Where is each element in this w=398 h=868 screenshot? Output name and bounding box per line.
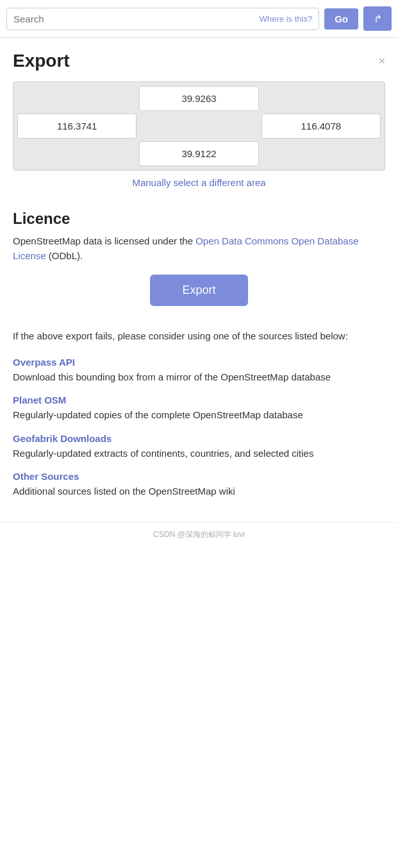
licence-text-before: OpenStreetMap data is licensed under the — [13, 235, 195, 246]
where-is-this-link[interactable]: Where is this? — [260, 14, 312, 24]
overpass-api-link[interactable]: Overpass API — [13, 357, 385, 368]
bbox-right-input[interactable] — [261, 114, 381, 139]
bbox-bottom-input[interactable] — [139, 141, 258, 166]
licence-text: OpenStreetMap data is licensed under the… — [13, 234, 385, 263]
direction-button[interactable]: ↱ — [363, 6, 392, 31]
other-sources-desc: Additional sources listed on the OpenStr… — [13, 484, 385, 499]
close-icon[interactable]: × — [378, 55, 385, 67]
go-button[interactable]: Go — [324, 8, 358, 30]
overpass-api-desc: Download this bounding box from a mirror… — [13, 370, 385, 385]
source-item-other: Other Sources Additional sources listed … — [13, 471, 385, 499]
bbox-left-cell — [17, 114, 137, 139]
bbox-top-input[interactable] — [139, 86, 258, 111]
bbox-top-right-empty — [261, 86, 381, 111]
footer-watermark: CSDN @深海的鲸同学 luvi — [0, 522, 398, 547]
search-input[interactable] — [13, 13, 260, 24]
geofabrik-link[interactable]: Geofabrik Downloads — [13, 433, 385, 444]
licence-text-after: (ODbL). — [46, 250, 83, 261]
planet-osm-desc: Regularly-updated copies of the complete… — [13, 408, 385, 423]
export-header: Export × — [13, 51, 385, 71]
search-input-wrapper: Where is this? — [6, 8, 319, 30]
export-button-wrapper: Export — [13, 275, 385, 306]
source-item-overpass: Overpass API Download this bounding box … — [13, 357, 385, 385]
bbox-bottom-cell — [139, 141, 258, 166]
bbox-right-cell — [261, 114, 381, 139]
bbox-bottom-right-empty — [261, 141, 381, 166]
licence-section: Licence OpenStreetMap data is licensed u… — [0, 210, 398, 329]
manually-select-link[interactable]: Manually select a different area — [13, 177, 385, 188]
licence-title: Licence — [13, 210, 385, 228]
bbox-top-cell — [139, 86, 258, 111]
planet-osm-link[interactable]: Planet OSM — [13, 395, 385, 405]
source-item-geofabrik: Geofabrik Downloads Regularly-updated ex… — [13, 433, 385, 461]
geofabrik-desc: Regularly-updated extracts of continents… — [13, 447, 385, 461]
bbox-top-left-empty — [17, 86, 137, 111]
other-sources-link[interactable]: Other Sources — [13, 471, 385, 482]
export-title: Export — [13, 51, 70, 71]
export-button[interactable]: Export — [150, 275, 247, 306]
export-panel: Export × Manually select a different are… — [0, 38, 398, 210]
search-bar: Where is this? Go ↱ — [0, 0, 398, 38]
sources-section: If the above export fails, please consid… — [0, 329, 398, 522]
bbox-left-input[interactable] — [17, 114, 137, 139]
source-item-planet: Planet OSM Regularly-updated copies of t… — [13, 395, 385, 423]
bbox-grid — [13, 81, 385, 171]
bbox-bottom-left-empty — [17, 141, 137, 166]
sources-intro: If the above export fails, please consid… — [13, 329, 385, 344]
bbox-mid-empty — [139, 114, 258, 139]
